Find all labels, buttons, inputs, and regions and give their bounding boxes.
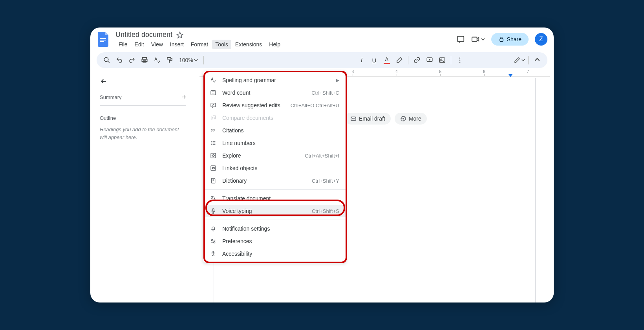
svg-rect-3 <box>457 37 464 42</box>
dictionary-icon <box>210 177 217 184</box>
svg-rect-5 <box>500 39 503 42</box>
toolbar-separator <box>203 56 204 64</box>
svg-point-15 <box>459 60 460 61</box>
comment-history-icon[interactable] <box>456 35 465 44</box>
meet-icon[interactable] <box>471 35 485 44</box>
wordcount-icon <box>210 89 217 96</box>
outline-hint: Headings you add to the document will ap… <box>100 126 186 141</box>
title-area: Untitled document FileEditViewInsertForm… <box>115 31 452 49</box>
menu-item-dictionary[interactable]: DictionaryCtrl+Shift+Y <box>203 174 346 187</box>
menu-item-word-count[interactable]: Word countCtrl+Shift+C <box>203 86 346 99</box>
app-window: Untitled document FileEditViewInsertForm… <box>90 28 554 302</box>
toolbar-separator <box>451 56 451 64</box>
menu-extensions[interactable]: Extensions <box>232 40 265 49</box>
smart-chips: Email draft More <box>345 113 427 125</box>
link-icon[interactable] <box>412 55 423 66</box>
menu-item-linked-objects[interactable]: Linked objects <box>203 162 346 174</box>
review-icon <box>210 102 217 109</box>
underline-icon[interactable]: U <box>369 55 380 66</box>
menu-item-review-suggested-edits[interactable]: Review suggested editsCtrl+Alt+O Ctrl+Al… <box>203 99 346 112</box>
more-icon[interactable] <box>454 55 465 66</box>
search-icon[interactable] <box>101 55 112 66</box>
header: Untitled document FileEditViewInsertForm… <box>90 28 554 49</box>
zoom-select[interactable]: 100% <box>177 57 200 63</box>
svg-point-6 <box>104 57 108 62</box>
menu-item-voice-typing[interactable]: Voice typingCtrl+Shift+S <box>203 205 346 217</box>
menu-item-spelling-and-grammar[interactable]: Spelling and grammar▶ <box>203 74 346 86</box>
menu-edit[interactable]: Edit <box>132 40 147 49</box>
insert-image-icon[interactable] <box>437 55 448 66</box>
docs-logo-icon[interactable] <box>97 32 111 46</box>
summary-row: Summary + <box>100 93 186 106</box>
menu-separator <box>203 189 346 190</box>
citations-icon <box>210 127 217 134</box>
menu-item-translate-document[interactable]: Translate document <box>203 192 346 205</box>
highlight-icon[interactable] <box>394 55 405 66</box>
svg-rect-2 <box>100 41 104 42</box>
compare-icon <box>210 114 217 121</box>
outline-sidebar: Summary + Outline Headings you add to th… <box>90 70 196 301</box>
editing-mode-icon[interactable] <box>514 55 525 66</box>
star-icon[interactable] <box>176 31 183 38</box>
share-label: Share <box>507 36 521 42</box>
prefs-icon <box>210 238 217 245</box>
menu-view[interactable]: View <box>148 40 166 49</box>
menu-item-compare-documents: Compare documents <box>203 112 346 124</box>
collapse-icon[interactable] <box>532 55 543 66</box>
share-button[interactable]: Share <box>491 33 529 46</box>
print-icon[interactable] <box>139 55 150 66</box>
paint-format-icon[interactable] <box>164 55 175 66</box>
margin-marker-icon[interactable] <box>509 74 512 77</box>
spellcheck-icon[interactable] <box>152 55 163 66</box>
svg-point-26 <box>211 239 213 241</box>
header-right: Share Z <box>456 31 547 46</box>
svg-point-14 <box>459 57 460 59</box>
svg-point-19 <box>402 118 404 119</box>
back-arrow-icon[interactable] <box>100 77 186 85</box>
toolbar-separator <box>408 56 408 64</box>
email-draft-chip[interactable]: Email draft <box>345 113 391 125</box>
svg-rect-0 <box>100 38 106 39</box>
toolbar-separator <box>528 56 529 64</box>
svg-point-27 <box>214 242 215 243</box>
explore-icon <box>210 152 217 159</box>
svg-rect-25 <box>212 209 214 211</box>
menu-item-line-numbers[interactable]: Line numbers <box>203 137 346 149</box>
svg-rect-1 <box>100 40 106 40</box>
a11y-icon <box>210 250 217 257</box>
menu-separator <box>203 220 346 220</box>
menubar: FileEditViewInsertFormatToolsExtensionsH… <box>115 40 452 49</box>
undo-icon[interactable] <box>114 55 125 66</box>
menu-file[interactable]: File <box>115 40 131 49</box>
menu-tools[interactable]: Tools <box>212 40 231 49</box>
menu-item-notification-settings[interactable]: Notification settings <box>203 222 346 235</box>
more-chip[interactable]: More <box>395 113 427 125</box>
summary-label: Summary <box>100 94 122 100</box>
document-title[interactable]: Untitled document <box>115 31 172 39</box>
menu-item-accessibility[interactable]: Accessibility <box>203 248 346 260</box>
menu-item-preferences[interactable]: Preferences <box>203 235 346 248</box>
add-comment-icon[interactable] <box>424 55 435 66</box>
menu-format[interactable]: Format <box>188 40 211 49</box>
chevron-right-icon: ▶ <box>336 78 339 83</box>
svg-rect-23 <box>211 166 216 170</box>
toolbar: 100% I U A <box>97 52 547 68</box>
menu-help[interactable]: Help <box>266 40 284 49</box>
redo-icon[interactable] <box>126 55 137 66</box>
add-summary-icon[interactable]: + <box>182 93 186 101</box>
menu-item-citations[interactable]: Citations <box>203 124 346 137</box>
svg-rect-10 <box>167 57 171 59</box>
text-color-icon[interactable]: A <box>381 55 392 66</box>
avatar[interactable]: Z <box>535 33 547 46</box>
menu-item-explore[interactable]: ExploreCtrl+Alt+Shift+I <box>203 149 346 162</box>
translate-icon <box>210 195 217 202</box>
outline-label: Outline <box>100 115 186 121</box>
menu-insert[interactable]: Insert <box>167 40 187 49</box>
linenumbers-icon <box>210 139 217 147</box>
bell-icon <box>210 225 217 232</box>
italic-icon[interactable]: I <box>356 55 367 66</box>
linked-icon <box>210 165 217 172</box>
svg-point-28 <box>213 251 214 253</box>
svg-point-16 <box>459 62 460 63</box>
spellcheck-icon <box>210 77 217 84</box>
